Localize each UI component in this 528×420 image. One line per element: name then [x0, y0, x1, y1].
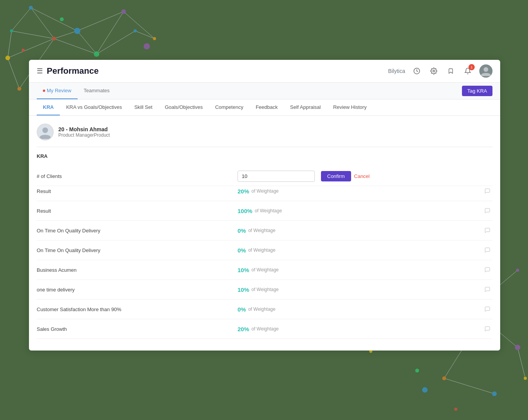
sub-header: My Review Teammates Tag KRA: [29, 83, 500, 100]
svg-line-2: [124, 12, 154, 39]
client-input[interactable]: [238, 171, 315, 182]
svg-line-5: [31, 8, 54, 39]
settings-icon[interactable]: [428, 66, 439, 76]
kra-row-value: 20% of Weightage: [238, 326, 482, 332]
svg-point-57: [492, 391, 497, 396]
svg-point-65: [415, 369, 419, 373]
kra-percent: 20%: [238, 326, 249, 332]
kra-row-label: On Time On Quality Delivery: [37, 247, 238, 253]
hamburger-icon[interactable]: ☰: [37, 67, 43, 75]
kra-row-label: Business Acumen: [37, 267, 238, 273]
comment-icon[interactable]: [482, 245, 492, 255]
kra-weightage: of Weightage: [251, 188, 279, 194]
tab-feedback[interactable]: Feedback: [250, 100, 284, 115]
user-role: Product ManagerProduct: [58, 132, 110, 138]
comment-icon[interactable]: [482, 206, 492, 216]
svg-point-18: [121, 9, 126, 14]
tab-self-appraisal[interactable]: Self Appraisal: [284, 100, 327, 115]
kra-percent: 20%: [238, 188, 249, 195]
kra-row-label: Result: [37, 188, 238, 194]
table-row: Business Acumen 10% of Weightage: [37, 260, 492, 280]
svg-line-43: [444, 378, 494, 394]
tab-goals-objectives[interactable]: Goals/Objectives: [159, 100, 209, 115]
svg-line-42: [444, 347, 463, 378]
content-area: 20 - Mohsin Ahmad Product ManagerProduct…: [29, 116, 500, 351]
user-avatar[interactable]: [479, 64, 492, 78]
kra-rows-container: Result 20% of Weightage Result 100% of W…: [37, 186, 492, 339]
notification-icon[interactable]: 1: [462, 66, 473, 76]
tab-competency[interactable]: Competency: [209, 100, 250, 115]
svg-line-1: [77, 12, 124, 31]
header-right: Bilytica: [388, 64, 492, 78]
kra-row-label: Sales Growth: [37, 326, 238, 332]
svg-point-24: [17, 87, 21, 91]
svg-point-55: [524, 377, 527, 380]
table-row: On Time On Quality Delivery 0% of Weight…: [37, 221, 492, 240]
comment-icon[interactable]: [482, 265, 492, 275]
svg-point-26: [144, 43, 150, 49]
kra-row-value: 0% of Weightage: [238, 247, 482, 254]
svg-point-22: [10, 29, 13, 32]
svg-point-20: [94, 51, 99, 57]
svg-line-3: [77, 31, 97, 54]
tab-kra[interactable]: KRA: [37, 100, 60, 115]
svg-point-69: [433, 70, 435, 72]
kra-percent: 10%: [238, 286, 249, 293]
svg-point-54: [515, 345, 520, 350]
kra-weightage: of Weightage: [248, 307, 276, 312]
kra-weightage: of Weightage: [251, 326, 279, 332]
tab-skill-set[interactable]: Skill Set: [128, 100, 159, 115]
svg-point-27: [60, 17, 64, 21]
svg-point-25: [134, 29, 137, 32]
client-label: # of Clients: [37, 173, 238, 179]
sub-tabs: My Review Teammates: [37, 83, 116, 99]
comment-icon[interactable]: [482, 304, 492, 314]
divider: [37, 147, 492, 147]
svg-point-73: [42, 127, 48, 133]
kra-percent: 0%: [238, 306, 246, 313]
comment-icon[interactable]: [482, 324, 492, 334]
svg-line-0: [31, 8, 77, 31]
svg-point-16: [29, 6, 33, 10]
svg-line-6: [54, 31, 77, 39]
comment-icon[interactable]: [482, 225, 492, 235]
table-row: Result 100% of Weightage: [37, 201, 492, 221]
svg-point-21: [52, 37, 56, 41]
kra-weightage: of Weightage: [248, 247, 276, 253]
kra-weightage: of Weightage: [251, 287, 279, 292]
cancel-button[interactable]: Cancel: [354, 173, 370, 179]
svg-point-48: [516, 269, 519, 272]
svg-point-28: [22, 49, 25, 52]
header-left: ☰ Performance: [37, 66, 99, 76]
app-header: ☰ Performance Bilytica: [29, 60, 500, 83]
kra-weightage: of Weightage: [255, 208, 282, 213]
tag-kra-button[interactable]: Tag KRA: [462, 86, 492, 96]
app-card: ☰ Performance Bilytica: [29, 60, 500, 351]
clock-icon[interactable]: [411, 66, 422, 76]
table-row: one time delivery 10% of Weightage: [37, 280, 492, 300]
tab-kra-vs-goals[interactable]: KRA vs Goals/Objectives: [60, 100, 128, 115]
svg-point-17: [74, 28, 80, 34]
tab-teammates[interactable]: Teammates: [78, 83, 116, 99]
comment-icon[interactable]: [482, 285, 492, 295]
kra-row-value: 10% of Weightage: [238, 267, 482, 273]
confirm-button[interactable]: Confirm: [321, 171, 351, 181]
tab-review-history[interactable]: Review History: [327, 100, 373, 115]
table-row: On Time On Quality Delivery 0% of Weight…: [37, 240, 492, 260]
comment-icon[interactable]: [482, 186, 492, 196]
svg-line-15: [135, 31, 154, 39]
user-name: 20 - Mohsin Ahmad: [58, 126, 110, 132]
kra-row-value: 0% of Weightage: [238, 306, 482, 313]
kra-percent: 0%: [238, 227, 246, 234]
svg-point-23: [5, 56, 10, 60]
table-row: Customer Satisfaction More than 90% 0% o…: [37, 300, 492, 319]
kra-weightage: of Weightage: [248, 228, 276, 233]
svg-line-14: [97, 31, 135, 54]
bookmark-icon[interactable]: [445, 66, 456, 76]
svg-line-10: [8, 31, 12, 58]
svg-point-19: [153, 37, 156, 40]
tab-my-review[interactable]: My Review: [37, 83, 78, 99]
svg-line-12: [8, 58, 19, 89]
kra-row-label: Customer Satisfaction More than 90%: [37, 307, 238, 312]
svg-line-9: [12, 31, 54, 39]
